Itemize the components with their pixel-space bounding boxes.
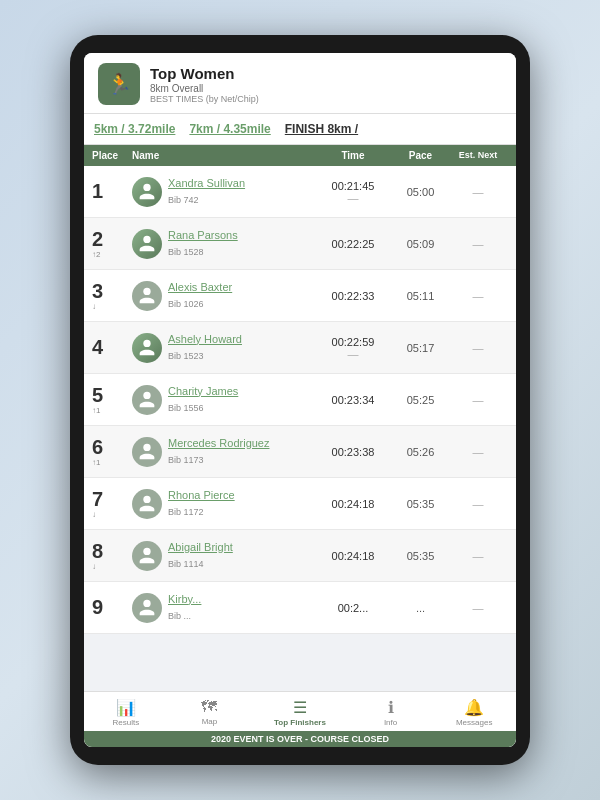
table-row: 6 ↑1 Mercedes Rodriguez Bib 1173 00:23:3… xyxy=(84,426,516,478)
table-row: 9 Kirby... Bib ... 00:2... ... — xyxy=(84,582,516,634)
place-cell: 6 ↑1 xyxy=(92,437,132,467)
place-number: 4 xyxy=(92,337,103,357)
avatar xyxy=(132,593,162,623)
time-value: 00:21:45 xyxy=(313,180,393,192)
top-finishers-icon: ☰ xyxy=(293,698,307,717)
name-cell: Xandra Sullivan Bib 742 xyxy=(132,177,313,207)
time-cell: 00:2... xyxy=(313,602,393,614)
time-value: 00:22:59 xyxy=(313,336,393,348)
place-number: 2 xyxy=(92,229,103,249)
header-title: Top Women xyxy=(150,65,259,82)
name-cell: Rhona Pierce Bib 1172 xyxy=(132,489,313,519)
header-subtitle: 8km Overall xyxy=(150,83,259,94)
place-change: ↑1 xyxy=(92,458,100,467)
svg-point-7 xyxy=(143,547,150,554)
time-value: 00:24:18 xyxy=(313,498,393,510)
col-pace: Pace xyxy=(393,150,448,161)
nav-map[interactable]: 🗺 Map xyxy=(184,696,234,729)
table-row: 4 Ashely Howard Bib 1523 00:22:59 — 05:1… xyxy=(84,322,516,374)
time-cell: 00:24:18 xyxy=(313,550,393,562)
col-next: Est. Next xyxy=(448,150,508,161)
place-change: ↓ xyxy=(92,562,96,571)
nav-top-finishers[interactable]: ☰ Top Finishers xyxy=(268,696,332,729)
status-bar: 2020 EVENT IS OVER - COURSE CLOSED xyxy=(84,731,516,747)
runner-name[interactable]: Alexis Baxter xyxy=(168,281,232,293)
col-time: Time xyxy=(313,150,393,161)
time-cell: 00:23:34 xyxy=(313,394,393,406)
avatar xyxy=(132,541,162,571)
table-row: 1 Xandra Sullivan Bib 742 00:21:45 — 05:… xyxy=(84,166,516,218)
nav-messages[interactable]: 🔔 Messages xyxy=(449,696,499,729)
next-cell: — xyxy=(448,238,508,250)
name-info: Charity James Bib 1556 xyxy=(168,385,238,415)
avatar xyxy=(132,437,162,467)
place-cell: 4 xyxy=(92,337,132,358)
bib-number: Bib 1528 xyxy=(168,247,204,257)
place-number: 9 xyxy=(92,597,103,617)
messages-label: Messages xyxy=(456,718,492,727)
runner-name[interactable]: Mercedes Rodriguez xyxy=(168,437,270,449)
svg-point-4 xyxy=(143,391,150,398)
pace-cell: 05:35 xyxy=(393,550,448,562)
time-cell: 00:21:45 — xyxy=(313,180,393,204)
pace-cell: 05:00 xyxy=(393,186,448,198)
name-info: Ashely Howard Bib 1523 xyxy=(168,333,242,363)
next-cell: — xyxy=(448,550,508,562)
runner-name[interactable]: Abigail Bright xyxy=(168,541,233,553)
place-cell: 7 ↓ xyxy=(92,489,132,519)
place-change: ↓ xyxy=(92,302,96,311)
time-dash: — xyxy=(313,348,393,360)
name-cell: Kirby... Bib ... xyxy=(132,593,313,623)
place-number: 7 xyxy=(92,489,103,509)
results-label: Results xyxy=(112,718,139,727)
place-number: 3 xyxy=(92,281,103,301)
nav-items-container: 📊 Results 🗺 Map ☰ Top Finishers ℹ Info 🔔 xyxy=(84,692,516,731)
nav-info[interactable]: ℹ Info xyxy=(366,696,416,729)
table-header-row: Place Name Time Pace Est. Next xyxy=(84,145,516,166)
next-cell: — xyxy=(448,498,508,510)
avatar xyxy=(132,177,162,207)
next-cell: — xyxy=(448,446,508,458)
runner-name[interactable]: Rhona Pierce xyxy=(168,489,235,501)
table-body: 1 Xandra Sullivan Bib 742 00:21:45 — 05:… xyxy=(84,166,516,634)
next-cell: — xyxy=(448,186,508,198)
bib-number: Bib 1556 xyxy=(168,403,204,413)
next-cell: — xyxy=(448,290,508,302)
time-value: 00:22:33 xyxy=(313,290,393,302)
bib-number: Bib 742 xyxy=(168,195,199,205)
place-cell: 5 ↑1 xyxy=(92,385,132,415)
bib-number: Bib 1523 xyxy=(168,351,204,361)
pace-cell: 05:35 xyxy=(393,498,448,510)
next-cell: — xyxy=(448,602,508,614)
col-place: Place xyxy=(92,150,132,161)
tab-5km[interactable]: 5km / 3.72mile xyxy=(94,122,175,136)
tab-7km[interactable]: 7km / 4.35mile xyxy=(189,122,270,136)
svg-point-1 xyxy=(143,235,150,242)
map-label: Map xyxy=(202,717,218,726)
tab-finish[interactable]: FINISH 8km / xyxy=(285,122,358,136)
svg-point-6 xyxy=(143,495,150,502)
name-cell: Charity James Bib 1556 xyxy=(132,385,313,415)
table-row: 8 ↓ Abigail Bright Bib 1114 00:24:18 05:… xyxy=(84,530,516,582)
svg-point-0 xyxy=(143,183,150,190)
runner-name[interactable]: Charity James xyxy=(168,385,238,397)
time-cell: 00:24:18 xyxy=(313,498,393,510)
distance-tabs: 5km / 3.72mile 7km / 4.35mile FINISH 8km… xyxy=(84,114,516,145)
time-value: 00:22:25 xyxy=(313,238,393,250)
pace-cell: 05:11 xyxy=(393,290,448,302)
time-value: 00:24:18 xyxy=(313,550,393,562)
time-value: 00:2... xyxy=(313,602,393,614)
bottom-nav: 📊 Results 🗺 Map ☰ Top Finishers ℹ Info 🔔 xyxy=(84,691,516,747)
runner-name[interactable]: Kirby... xyxy=(168,593,201,605)
nav-results[interactable]: 📊 Results xyxy=(101,696,151,729)
runner-name[interactable]: Rana Parsons xyxy=(168,229,238,241)
runner-name[interactable]: Ashely Howard xyxy=(168,333,242,345)
bib-number: Bib 1173 xyxy=(168,455,204,465)
place-number: 1 xyxy=(92,181,103,201)
svg-point-5 xyxy=(143,443,150,450)
results-icon: 📊 xyxy=(116,698,136,717)
table-row: 3 ↓ Alexis Baxter Bib 1026 00:22:33 05:1… xyxy=(84,270,516,322)
header-text: Top Women 8km Overall BEST TIMES (by Net… xyxy=(150,65,259,104)
runner-name[interactable]: Xandra Sullivan xyxy=(168,177,245,189)
col-name: Name xyxy=(132,150,313,161)
